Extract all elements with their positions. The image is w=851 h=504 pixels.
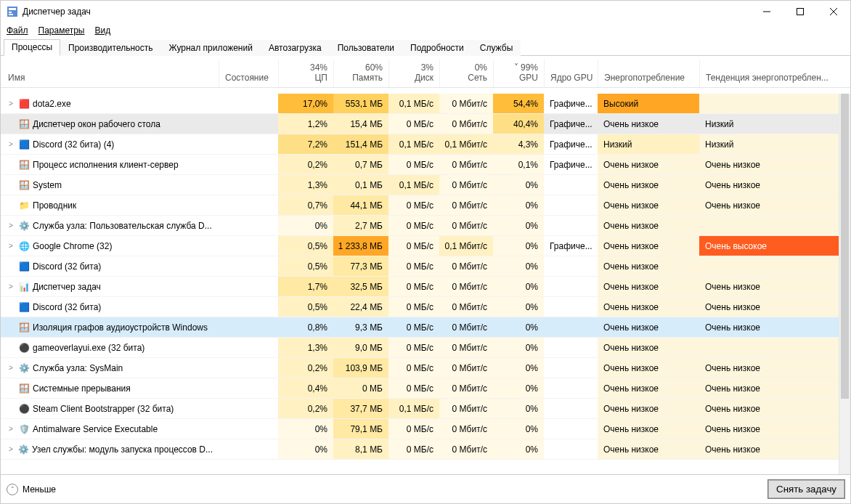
cpu-cell: 0,4% [278,378,333,398]
minimize-button[interactable] [750,1,783,23]
table-row[interactable]: >🌐Google Chrome (32)0,5%1 233,8 МБ0 МБ/с… [1,236,839,256]
scroll-thumb[interactable] [841,94,849,399]
table-row[interactable]: 🪟Процесс исполнения клиент-сервер0,2%0,7… [1,155,839,175]
gpu-cell: 4,3% [493,134,544,154]
tab-performance[interactable]: Производительность [60,40,160,56]
state-cell [219,378,278,398]
power-trend-cell: Очень низкое [699,297,839,317]
expand-chevron-icon[interactable]: > [7,445,15,453]
power-trend-cell: Очень низкое [699,195,839,215]
cpu-cell: 0% [278,419,333,439]
table-row[interactable]: >⚙️Служба узла: Пользовательская служба … [1,216,839,236]
tab-processes[interactable]: Процессы [4,39,60,56]
gpu-cell: 0% [493,399,544,418]
menu-options[interactable]: Параметры [38,25,85,36]
process-name: gameoverlayui.exe (32 бита) [33,343,144,353]
gpu-cell: 0% [493,419,544,439]
col-gpu[interactable]: 99%GPU [493,60,544,87]
process-name-cell: 🪟Изоляция графов аудиоустройств Windows [1,317,219,337]
process-name: Discord (32 бита) [33,261,101,272]
network-cell: 0 Мбит/с [439,277,493,296]
col-network[interactable]: 0%Сеть [439,60,493,87]
table-row[interactable]: 🪟Изоляция графов аудиоустройств Windows0… [1,317,839,338]
process-name: Проводник [33,200,76,211]
table-row[interactable]: ⚫gameoverlayui.exe (32 бита)1,3%9,0 МБ0 … [1,338,839,358]
disk-cell: 0 МБ/с [388,256,439,276]
disk-cell: 0 МБ/с [388,277,439,296]
table-row[interactable]: 🟦Discord (32 бита)0,5%77,3 МБ0 МБ/с0 Мби… [1,256,839,277]
col-gpu-engine[interactable]: Ядро GPU [544,60,598,87]
process-list[interactable]: >🟥dota2.exe17,0%553,1 МБ0,1 МБ/с0 Мбит/с… [1,94,839,474]
gpu-cell: 0% [493,439,544,459]
disk-cell: 0 МБ/с [388,338,439,357]
tab-users[interactable]: Пользователи [330,40,402,56]
menu-file[interactable]: Файл [7,25,28,36]
fewer-details-button[interactable]: ˄ Меньше [7,484,56,495]
table-row[interactable]: 🟦Discord (32 бита)0,5%22,4 МБ0 МБ/с0 Мби… [1,297,839,317]
col-memory[interactable]: 60%Память [333,60,388,87]
state-cell [219,439,278,459]
expand-chevron-icon[interactable]: > [7,140,15,148]
expand-chevron-icon[interactable]: > [7,221,15,229]
col-cpu[interactable]: 34%ЦП [278,60,333,87]
table-row[interactable]: >📊Диспетчер задач1,7%32,5 МБ0 МБ/с0 Мбит… [1,277,839,297]
state-cell [219,155,278,174]
cpu-cell: 0,7% [278,195,333,215]
table-row[interactable]: >⚙️Служба узла: SysMain0,2%103,9 МБ0 МБ/… [1,358,839,378]
table-row[interactable]: >🛡️Antimalware Service Executable0%79,1 … [1,419,839,439]
process-name: Диспетчер окон рабочего стола [33,119,160,129]
gpu-cell: 0% [493,277,544,296]
power-cell: Очень низкое [598,216,699,235]
tab-startup[interactable]: Автозагрузка [261,40,330,56]
expand-chevron-icon[interactable]: > [7,242,15,250]
gpu-cell: 0% [493,175,544,195]
table-row[interactable]: 🪟Системные прерывания0,4%0 МБ0 МБ/с0 Мби… [1,378,839,399]
col-state[interactable]: Состояние [219,60,278,87]
disk-cell: 0 МБ/с [388,195,439,215]
table-row[interactable]: >🟦Discord (32 бита) (4)7,2%151,4 МБ0,1 М… [1,134,839,155]
network-cell: 0 Мбит/с [439,317,493,337]
table-row[interactable]: 🪟System1,3%0,1 МБ0,1 МБ/с0 Мбит/с0%Очень… [1,175,839,195]
power-cell: Очень низкое [598,419,699,439]
network-cell: 0,1 Мбит/с [439,134,493,154]
process-name: Antimalware Service Executable [33,424,158,434]
power-cell: Очень низкое [598,378,699,398]
col-power[interactable]: Энергопотребление [598,60,699,87]
col-power-trend[interactable]: Тенденция энергопотреблен... [699,60,850,87]
table-row[interactable]: >⚙️Узел службы: модуль запуска процессов… [1,439,839,460]
scrollbar[interactable] [839,94,850,474]
expand-chevron-icon[interactable]: > [7,283,15,290]
menu-view[interactable]: Вид [94,25,110,36]
process-name-cell: >📊Диспетчер задач [1,277,219,296]
state-cell [219,236,278,256]
process-name-cell: >🛡️Antimalware Service Executable [1,419,219,439]
expand-chevron-icon[interactable]: > [7,99,15,107]
fewer-details-label: Меньше [23,484,56,495]
svg-rect-5 [797,9,804,15]
network-cell: 0 Мбит/с [439,338,493,357]
cpu-cell: 0,2% [278,155,333,174]
table-row[interactable]: 🪟Диспетчер окон рабочего стола1,2%15,4 М… [1,114,839,134]
window-controls [750,1,850,23]
process-icon: 🪟 [18,179,30,191]
close-button[interactable] [817,1,850,23]
gpu-cell: 0,1% [493,155,544,174]
expand-chevron-icon[interactable]: > [7,364,15,372]
gpu-engine-cell [544,216,598,235]
table-row[interactable]: 📁Проводник0,7%44,1 МБ0 МБ/с0 Мбит/с0%Оче… [1,195,839,216]
network-cell: 0 Мбит/с [439,195,493,215]
tab-apphistory[interactable]: Журнал приложений [161,40,261,56]
col-name[interactable]: Имя [1,60,219,87]
table-row[interactable]: >🟥dota2.exe17,0%553,1 МБ0,1 МБ/с0 Мбит/с… [1,94,839,114]
disk-cell: 0,1 МБ/с [388,94,439,113]
tab-details[interactable]: Подробности [402,40,472,56]
tab-services[interactable]: Службы [472,40,521,56]
process-name-cell: 🟦Discord (32 бита) [1,297,219,317]
table-row[interactable]: ⚫Steam Client Bootstrapper (32 бита)0,2%… [1,399,839,419]
gpu-cell: 0% [493,297,544,317]
maximize-button[interactable] [783,1,817,23]
col-disk[interactable]: 3%Диск [388,60,439,87]
end-task-button[interactable]: Снять задачу [768,480,844,498]
expand-chevron-icon[interactable]: > [7,425,15,433]
memory-cell: 15,4 МБ [333,114,388,134]
